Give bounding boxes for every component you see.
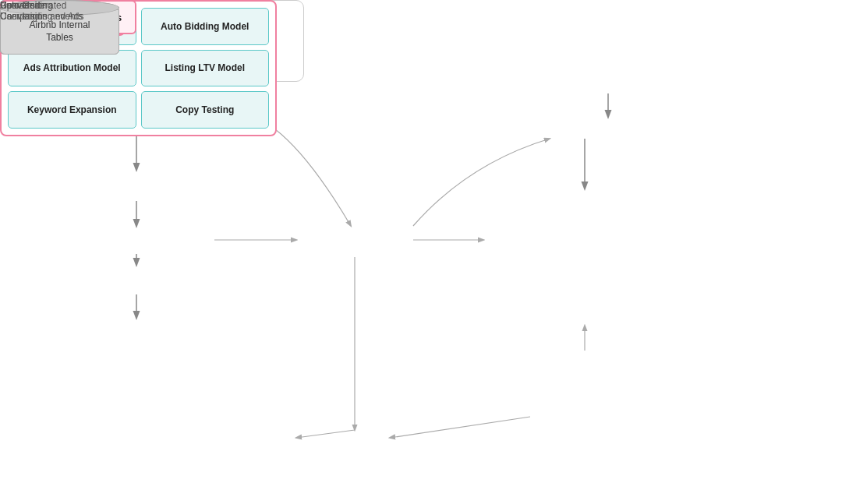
svg-line-9 [390, 417, 530, 438]
diagram: f Facebook Ads Instagram Ads [0, 0, 842, 504]
svg-line-7 [296, 430, 355, 438]
airbnb-internal-tables-db: Airbnb InternalTables [0, 0, 121, 56]
ml-cell-copy-testing: Copy Testing [141, 91, 270, 129]
ml-cell-listing-ltv: Listing LTV Model [141, 50, 270, 87]
ml-cell-keyword-expansion: Keyword Expansion [8, 91, 136, 129]
ml-cell-auto-bidding: Auto Bidding Model [141, 8, 270, 45]
